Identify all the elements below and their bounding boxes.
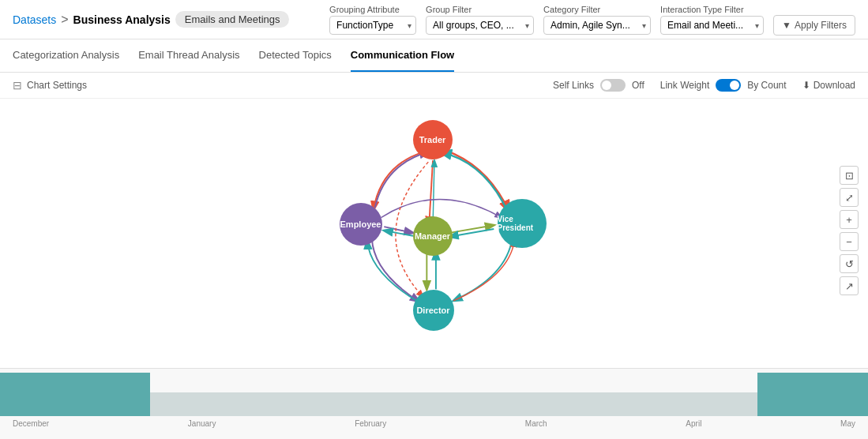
expand-button[interactable]: ⤢ [840,188,859,207]
grouping-attribute-group: Grouping Attribute FunctionType [329,5,416,35]
node-employee-label: Employee [340,220,381,229]
self-links-label: Self Links [553,80,594,91]
interaction-type-filter-group: Interaction Type Filter Email and Meeti.… [660,5,764,35]
timeline-inner [0,369,868,416]
breadcrumb: Datasets > Business Analysis Emails and … [13,11,289,28]
zoom-out-button[interactable]: − [840,232,859,251]
tab-communication-flow[interactable]: Communication Flow [351,39,454,72]
category-filter-select-wrapper: Admin, Agile Syn... [543,16,651,35]
node-director-label: Director [416,306,449,315]
filter-icon: ▼ [782,20,791,31]
zoom-in-button[interactable]: + [840,210,859,229]
page-title: Business Analysis [73,13,171,26]
link-weight-state: By Count [747,80,786,91]
nav-tabs: Categorization Analysis Email Thread Ana… [0,39,868,73]
node-trader[interactable]: Trader [413,120,453,159]
category-filter-group: Category Filter Admin, Agile Syn... [543,5,651,35]
timeline-bar: December January February March April Ma… [0,368,868,439]
top-bar: Datasets > Business Analysis Emails and … [0,0,868,39]
reset-button[interactable]: ↺ [840,254,859,273]
filter-bar: Grouping Attribute FunctionType Group Fi… [329,4,855,36]
download-button[interactable]: ⬇ Download [802,80,855,91]
group-filter-select-wrapper: All groups, CEO, ... [426,16,534,35]
apply-filters-label: Apply Filters [795,20,847,31]
category-filter-label: Category Filter [543,5,651,14]
self-links-toggle[interactable] [600,79,626,92]
self-links-group: Self Links Off [553,79,644,92]
breadcrumb-separator: > [61,13,68,27]
apply-filters-button[interactable]: ▼ Apply Filters [773,15,855,36]
dataset-badge[interactable]: Emails and Meetings [175,11,290,28]
grouping-attribute-select[interactable]: FunctionType [329,16,416,35]
tab-detected-topics[interactable]: Detected Topics [259,39,332,72]
link-weight-label: Link Weight [660,80,709,91]
frame-button[interactable]: ⊡ [840,166,859,185]
chart-area: Trader Employee Manager Vice President D… [0,99,868,362]
interaction-type-label: Interaction Type Filter [660,5,764,14]
link-weight-toggle[interactable] [716,79,741,92]
timeline-label-march: March [525,419,547,428]
node-trader-label: Trader [419,135,446,144]
timeline-label-april: April [686,419,701,428]
tab-categorization-analysis[interactable]: Categorization Analysis [13,39,119,72]
main-content: ⊟ Chart Settings Self Links Off Link Wei… [0,73,868,368]
chart-settings-label: Chart Settings [27,80,87,91]
datasets-link[interactable]: Datasets [13,13,56,26]
timeline-label-december: December [13,419,49,428]
node-vice-president[interactable]: Vice President [498,199,547,248]
node-manager[interactable]: Manager [413,216,453,256]
grouping-attribute-label: Grouping Attribute [329,5,416,14]
interaction-type-select-wrapper: Email and Meeti... [660,16,764,35]
toolbar-right: Self Links Off Link Weight By Count ⬇ Do… [553,79,855,92]
download-icon: ⬇ [802,80,810,91]
timeline-label-may: May [840,419,855,428]
timeline-left-selection[interactable] [0,373,150,416]
self-links-state: Off [632,80,644,91]
network-graph: Trader Employee Manager Vice President D… [300,120,569,341]
tab-email-thread-analysis[interactable]: Email Thread Analysis [138,39,239,72]
download-label: Download [814,80,855,91]
chart-toolbar: ⊟ Chart Settings Self Links Off Link Wei… [0,73,868,99]
node-director[interactable]: Director [413,290,454,331]
timeline-label-february: February [355,419,386,428]
grouping-attribute-select-wrapper: FunctionType [329,16,416,35]
node-vice-president-label: Vice President [498,215,547,232]
zoom-controls: ⊡ ⤢ + − ↺ ↗ [840,166,859,295]
link-weight-group: Link Weight By Count [660,79,787,92]
settings-icon: ⊟ [13,79,22,92]
group-filter-select[interactable]: All groups, CEO, ... [426,16,534,35]
chart-settings-button[interactable]: ⊟ Chart Settings [13,79,87,92]
group-filter-label: Group Filter [426,5,534,14]
timeline-label-january: January [188,419,216,428]
fullscreen-button[interactable]: ↗ [840,276,859,295]
node-manager-label: Manager [415,231,450,241]
node-employee[interactable]: Employee [340,203,382,246]
timeline-middle-section[interactable] [150,392,757,416]
category-filter-select[interactable]: Admin, Agile Syn... [543,16,651,35]
interaction-type-select[interactable]: Email and Meeti... [660,16,764,35]
timeline-labels: December January February March April Ma… [0,416,868,431]
timeline-right-selection[interactable] [757,373,868,416]
group-filter-group: Group Filter All groups, CEO, ... [426,5,534,35]
